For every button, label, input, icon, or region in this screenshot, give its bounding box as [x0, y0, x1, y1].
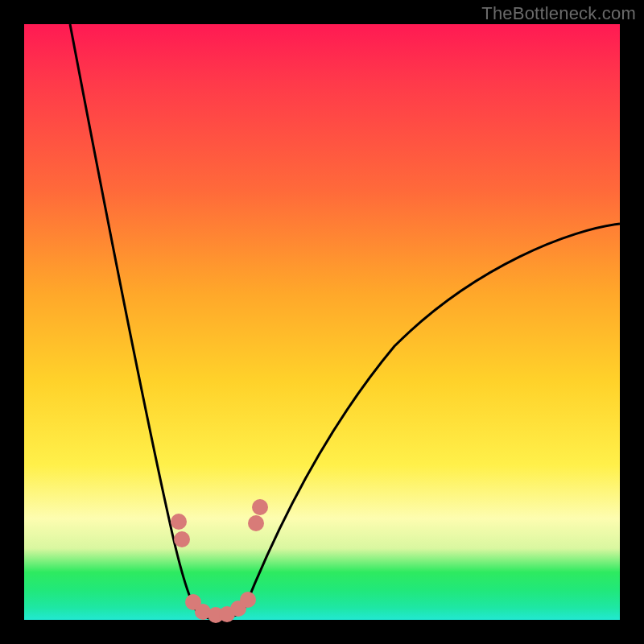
- chart-frame: TheBottleneck.com: [0, 0, 644, 644]
- marker-dot: [240, 592, 256, 608]
- bottleneck-curve: [24, 24, 620, 620]
- marker-dot: [248, 515, 264, 531]
- curve-right-branch: [243, 224, 620, 612]
- attribution-label: TheBottleneck.com: [481, 3, 636, 24]
- marker-dot: [174, 531, 190, 547]
- marker-dot: [171, 514, 187, 530]
- marker-dot: [252, 499, 268, 515]
- plot-area: [24, 24, 620, 620]
